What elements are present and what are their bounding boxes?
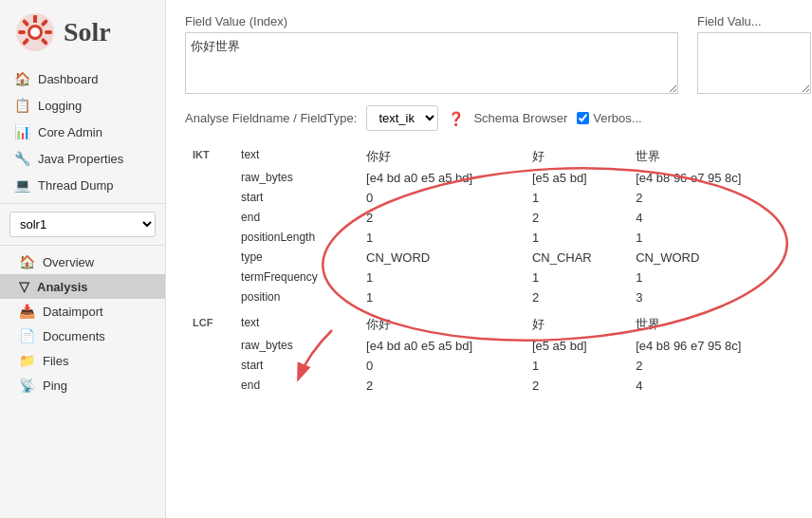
sidebar: Solr 🏠 Dashboard 📋 Logging 📊 Core Admin … <box>0 0 166 518</box>
ikt-position-col3: 3 <box>628 287 793 307</box>
verbose-label[interactable]: Verbos... <box>577 111 641 125</box>
table-row: raw_bytes [e4 bd a0 e5 a5 bd] [e5 a5 bd]… <box>185 168 793 188</box>
sidebar-item-core-admin[interactable]: 📊 Core Admin <box>0 119 165 145</box>
lcf-end-col1: 2 <box>359 376 525 396</box>
lcf-rawbytes-col2: [e5 a5 bd] <box>525 336 628 356</box>
sidebar-subitem-label: Overview <box>43 255 94 269</box>
verbose-text: Verbos... <box>593 111 641 125</box>
lcf-rawbytes-col1: [e4 bd a0 e5 a5 bd] <box>359 336 525 356</box>
ikt-poslen-col3: 1 <box>628 228 793 248</box>
field-value-index-block: Field Value (Index) <box>185 14 678 94</box>
sidebar-item-logging[interactable]: 📋 Logging <box>0 92 165 119</box>
ping-icon: 📡 <box>19 378 35 393</box>
svg-rect-9 <box>18 30 26 34</box>
sidebar-subitem-label: Files <box>43 354 68 368</box>
ikt-poslen-col2: 1 <box>525 228 628 248</box>
field-value-section: Field Value (Index) Field Valu... <box>185 14 793 94</box>
ikt-poslen-col1: 1 <box>359 228 525 248</box>
table-row: type CN_WORD CN_CHAR CN_WORD <box>185 248 793 268</box>
main-content: Field Value (Index) Field Valu... Analys… <box>166 0 812 518</box>
lcf-end-col2: 2 <box>525 376 628 396</box>
logo-area: Solr <box>0 0 165 61</box>
schema-browser-link[interactable]: Schema Browser <box>473 111 567 125</box>
table-row: positionLength 1 1 1 <box>185 228 793 248</box>
ikt-end-col2: 2 <box>525 208 628 228</box>
logo-text: Solr <box>64 17 111 47</box>
sidebar-item-label: Java Properties <box>38 152 123 166</box>
table-row: start 0 1 2 <box>185 188 793 208</box>
lcf-end-col3: 4 <box>628 376 793 396</box>
ikt-position-col2: 2 <box>525 287 628 307</box>
sidebar-item-label: Logging <box>38 99 82 113</box>
dataimport-icon: 📥 <box>19 304 35 319</box>
lcf-label: LCF <box>185 313 233 396</box>
ikt-start-col2: 1 <box>525 188 628 208</box>
core-select-section: solr1 <box>0 204 165 246</box>
svg-point-12 <box>30 28 40 37</box>
sidebar-subitem-ping[interactable]: 📡 Ping <box>0 373 165 398</box>
ikt-text-col1: 你好 <box>359 145 525 168</box>
ikt-text-label: text <box>233 145 359 168</box>
main-nav: 🏠 Dashboard 📋 Logging 📊 Core Admin 🔧 Jav… <box>0 61 165 204</box>
ikt-position-label: position <box>233 287 359 307</box>
core-admin-icon: 📊 <box>14 124 30 139</box>
sidebar-subitem-analysis[interactable]: ▽ Analysis <box>0 274 165 299</box>
ikt-start-col3: 2 <box>628 188 793 208</box>
lcf-start-col2: 1 <box>525 356 628 376</box>
ikt-type-col1: CN_WORD <box>359 248 525 268</box>
sidebar-subitem-dataimport[interactable]: 📥 Dataimport <box>0 299 165 324</box>
lcf-rawbytes-label: raw_bytes <box>233 336 359 356</box>
lcf-start-col3: 2 <box>628 356 793 376</box>
sidebar-item-label: Core Admin <box>38 125 102 139</box>
field-value-index-input[interactable] <box>185 32 678 94</box>
sidebar-item-java-properties[interactable]: 🔧 Java Properties <box>0 145 165 172</box>
analyse-label: Analyse Fieldname / FieldType: <box>185 111 357 125</box>
field-value-query-label: Field Valu... <box>697 14 811 28</box>
sidebar-item-label: Dashboard <box>38 72 99 86</box>
sidebar-subitem-label: Documents <box>43 329 105 343</box>
table-row: end 2 2 4 <box>185 376 793 396</box>
sidebar-item-thread-dump[interactable]: 💻 Thread Dump <box>0 172 165 198</box>
ikt-termfreq-col2: 1 <box>525 268 628 287</box>
analysis-table: IKT text 你好 好 世界 raw_bytes [e4 bd a0 e5 … <box>185 145 793 396</box>
table-row: start 0 1 2 <box>185 356 793 376</box>
schema-browser-label: Schema Browser <box>473 111 567 125</box>
lcf-text-col3: 世界 <box>628 313 793 336</box>
core-select[interactable]: solr1 <box>9 212 156 237</box>
table-row: end 2 2 4 <box>185 208 793 228</box>
lcf-rawbytes-col3: [e4 b8 96 e7 95 8c] <box>628 336 793 356</box>
verbose-checkbox[interactable] <box>577 112 589 124</box>
sidebar-item-dashboard[interactable]: 🏠 Dashboard <box>0 65 165 92</box>
ikt-type-col3: CN_WORD <box>628 248 793 268</box>
ikt-termfreq-col3: 1 <box>628 268 793 287</box>
lcf-end-label: end <box>233 376 359 396</box>
lcf-text-col1: 你好 <box>359 313 525 336</box>
overview-icon: 🏠 <box>19 254 35 269</box>
ikt-end-col3: 4 <box>628 208 793 228</box>
field-value-query-block: Field Valu... <box>697 14 811 94</box>
table-row: raw_bytes [e4 bd a0 e5 a5 bd] [e5 a5 bd]… <box>185 336 793 356</box>
ikt-rawbytes-label: raw_bytes <box>233 168 359 188</box>
sidebar-subitem-documents[interactable]: 📄 Documents <box>0 324 165 348</box>
svg-rect-4 <box>33 15 37 23</box>
ikt-rawbytes-col3: [e4 b8 96 e7 95 8c] <box>628 168 793 188</box>
sidebar-subitem-files[interactable]: 📁 Files <box>0 348 165 373</box>
ikt-text-col3: 世界 <box>628 145 793 168</box>
sidebar-subitem-label: Dataimport <box>43 305 103 319</box>
table-row: LCF text 你好 好 世界 <box>185 313 793 336</box>
table-row: IKT text 你好 好 世界 <box>185 145 793 168</box>
ikt-start-col1: 0 <box>359 188 525 208</box>
ikt-type-label: type <box>233 248 359 268</box>
analyse-row: Analyse Fieldname / FieldType: text_ik ❓… <box>185 105 793 131</box>
ikt-position-col1: 1 <box>359 287 525 307</box>
files-icon: 📁 <box>19 353 35 368</box>
sidebar-item-label: Thread Dump <box>38 178 113 193</box>
sidebar-subitem-overview[interactable]: 🏠 Overview <box>0 250 165 274</box>
field-value-query-input[interactable] <box>697 32 811 94</box>
ikt-text-col2: 好 <box>525 145 628 168</box>
fieldtype-select[interactable]: text_ik <box>366 105 438 131</box>
field-value-index-label: Field Value (Index) <box>185 14 678 28</box>
lcf-start-label: start <box>233 356 359 376</box>
sidebar-subitem-label: Analysis <box>37 280 87 294</box>
ikt-type-col2: CN_CHAR <box>525 248 628 268</box>
